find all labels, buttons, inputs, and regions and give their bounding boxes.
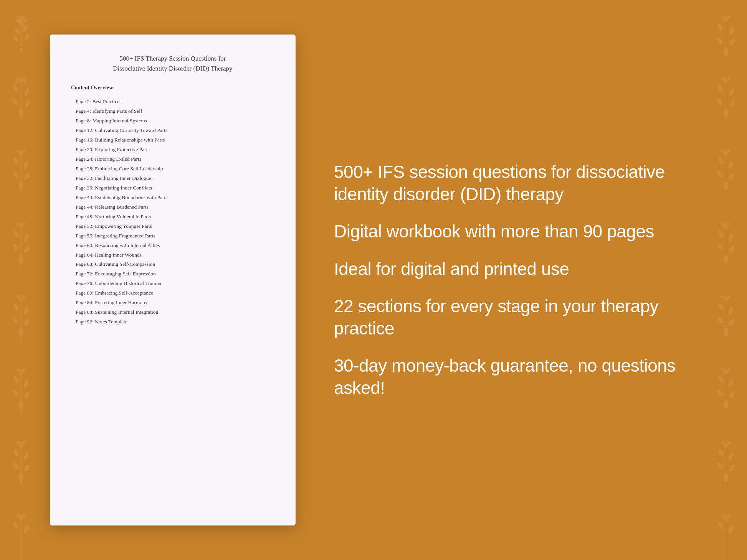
svg-point-142 xyxy=(727,514,730,517)
feature-2-text: Digital workbook with more than 90 pages xyxy=(334,221,682,243)
svg-point-56 xyxy=(17,368,20,371)
svg-point-17 xyxy=(19,78,23,83)
svg-point-124 xyxy=(724,370,728,374)
svg-point-86 xyxy=(716,97,724,106)
svg-point-130 xyxy=(727,452,734,461)
svg-point-109 xyxy=(724,254,728,264)
toc-item: Page 64: Healing Inner Wounds xyxy=(71,250,274,260)
svg-point-122 xyxy=(716,389,724,397)
svg-point-8 xyxy=(17,15,20,18)
svg-point-160 xyxy=(175,489,183,499)
svg-point-72 xyxy=(17,514,20,517)
svg-point-25 xyxy=(23,160,30,170)
svg-point-131 xyxy=(716,462,724,470)
feature-5: 30-day money-back guarantee, no question… xyxy=(334,355,682,399)
svg-point-113 xyxy=(716,316,724,324)
svg-point-63 xyxy=(23,464,30,472)
svg-point-96 xyxy=(728,172,735,181)
svg-point-114 xyxy=(728,318,735,326)
svg-point-126 xyxy=(727,368,730,371)
svg-point-106 xyxy=(724,224,728,229)
svg-point-123 xyxy=(728,391,735,399)
floral-decoration-right xyxy=(697,0,747,560)
svg-point-127 xyxy=(724,400,728,409)
content-overview-label: Content Overview: xyxy=(71,85,274,91)
features-panel: 500+ IFS session questions for dissociat… xyxy=(319,150,697,410)
svg-point-21 xyxy=(24,81,27,84)
svg-point-140 xyxy=(724,516,728,520)
svg-point-67 xyxy=(19,473,23,482)
toc-item: Page 24: Honoring Exiled Parts xyxy=(71,155,274,164)
svg-point-115 xyxy=(724,297,728,301)
svg-point-120 xyxy=(717,375,724,384)
svg-point-121 xyxy=(727,379,734,388)
svg-point-85 xyxy=(728,87,735,97)
svg-point-98 xyxy=(721,150,724,153)
floral-decoration-left xyxy=(0,0,50,560)
toc-item: Page 12: Cultivating Curiosity Toward Pa… xyxy=(71,126,274,135)
svg-point-9 xyxy=(22,15,25,18)
svg-point-4 xyxy=(12,35,19,42)
svg-point-30 xyxy=(23,150,26,153)
svg-point-81 xyxy=(727,15,730,18)
svg-point-5 xyxy=(23,33,30,41)
svg-point-129 xyxy=(717,448,724,457)
svg-point-36 xyxy=(23,245,30,254)
svg-point-15 xyxy=(11,97,19,106)
feature-3: Ideal for digital and printed use xyxy=(334,258,682,280)
svg-point-66 xyxy=(23,441,26,444)
svg-point-77 xyxy=(716,36,724,44)
svg-point-91 xyxy=(724,109,728,118)
svg-point-133 xyxy=(724,443,728,447)
toc-item: Page 88: Sustaining Internal Integration xyxy=(71,308,274,317)
svg-point-159 xyxy=(163,490,171,500)
svg-point-79 xyxy=(724,17,728,21)
toc-item: Page 16: Building Relationships with Par… xyxy=(71,135,274,145)
svg-point-111 xyxy=(717,302,724,311)
svg-point-134 xyxy=(721,441,724,444)
svg-point-14 xyxy=(23,87,30,97)
svg-point-94 xyxy=(727,160,734,170)
feature-2: Digital workbook with more than 90 pages xyxy=(334,221,682,243)
svg-point-80 xyxy=(721,15,724,18)
svg-point-76 xyxy=(728,26,735,35)
svg-point-45 xyxy=(23,318,30,326)
svg-point-144 xyxy=(160,40,170,53)
svg-point-29 xyxy=(17,150,20,153)
svg-point-40 xyxy=(19,254,23,264)
svg-point-153 xyxy=(168,498,177,507)
feature-3-text: Ideal for digital and printed use xyxy=(334,258,682,280)
svg-point-44 xyxy=(12,316,19,324)
svg-point-75 xyxy=(716,22,724,31)
svg-point-105 xyxy=(728,245,735,254)
svg-point-100 xyxy=(724,181,728,191)
toc-item: Page 52: Empowering Younger Parts xyxy=(71,222,274,231)
toc-item: Page 76: Unburdening Historical Trauma xyxy=(71,279,274,288)
svg-point-43 xyxy=(23,306,30,315)
toc-item: Page 20: Exploring Protective Parts xyxy=(71,145,274,155)
svg-point-54 xyxy=(23,391,30,399)
svg-point-35 xyxy=(12,243,19,252)
svg-point-53 xyxy=(12,389,19,397)
svg-point-39 xyxy=(23,222,26,226)
svg-point-62 xyxy=(12,462,19,470)
svg-point-71 xyxy=(19,516,23,520)
svg-point-97 xyxy=(724,151,728,156)
svg-point-95 xyxy=(716,170,724,179)
svg-point-34 xyxy=(23,233,30,242)
svg-point-118 xyxy=(724,327,728,336)
toc-item: Page 44: Releasing Burdened Parts xyxy=(71,203,274,212)
doc-content: 500+ IFS Therapy Session Questions for D… xyxy=(71,54,274,327)
svg-point-107 xyxy=(721,222,724,226)
svg-point-20 xyxy=(15,81,18,84)
toc-item: Page 68: Cultivating Self-Compassion xyxy=(71,260,274,269)
svg-point-57 xyxy=(23,368,26,371)
svg-point-42 xyxy=(12,302,20,311)
svg-point-157 xyxy=(181,495,191,506)
svg-point-104 xyxy=(716,243,724,252)
toc-item: Page 32: Facilitating Inner Dialogue xyxy=(71,174,274,183)
svg-point-48 xyxy=(23,295,26,298)
svg-point-102 xyxy=(717,229,724,239)
svg-point-28 xyxy=(19,151,23,156)
feature-4: 22 sections for every stage in your ther… xyxy=(334,295,682,339)
